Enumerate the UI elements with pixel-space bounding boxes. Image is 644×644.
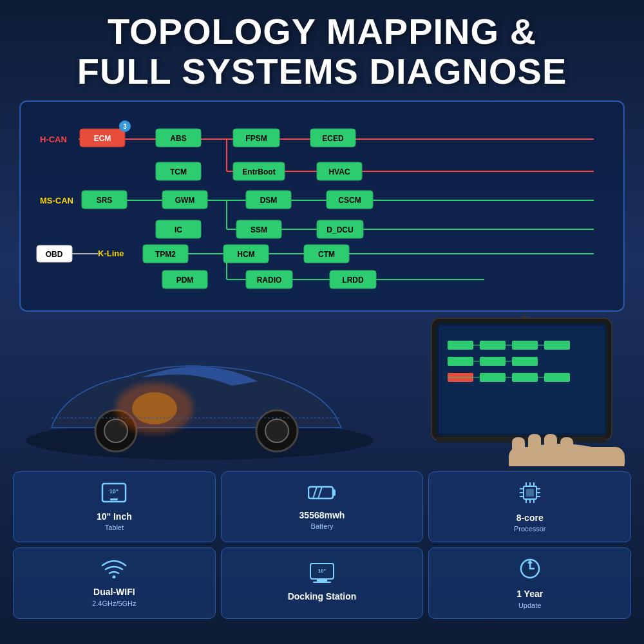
svg-text:EntrBoot: EntrBoot [242, 167, 275, 176]
docking-icon: 10" [308, 562, 336, 587]
topology-panel: H-CAN ECM 3 ABS FPSM ECED TCM [19, 100, 625, 312]
svg-text:D_DCU: D_DCU [327, 225, 353, 234]
svg-text:DSM: DSM [260, 196, 278, 205]
svg-text:HVAC: HVAC [328, 167, 350, 176]
svg-line-92 [318, 487, 322, 498]
svg-rect-83 [528, 434, 541, 457]
svg-text:ABS: ABS [170, 134, 186, 143]
svg-text:OBD: OBD [46, 250, 63, 259]
battery-icon [308, 484, 336, 506]
chip-icon [518, 481, 542, 509]
wifi-icon [101, 559, 127, 583]
svg-text:PDM: PDM [176, 276, 194, 285]
svg-rect-85 [560, 437, 573, 457]
car-tablet-section [0, 312, 644, 466]
tablet-icon: 10" [101, 482, 127, 507]
svg-rect-110 [317, 579, 327, 582]
svg-text:ECM: ECM [94, 134, 111, 143]
svg-text:3: 3 [123, 123, 127, 130]
svg-rect-90 [333, 489, 336, 496]
svg-rect-94 [526, 489, 534, 497]
svg-point-79 [523, 315, 527, 319]
svg-text:TPM2: TPM2 [155, 250, 176, 259]
feature-update: 1 Year Update [428, 547, 631, 618]
svg-text:SSM: SSM [251, 225, 267, 234]
topology-diagram: H-CAN ECM 3 ABS FPSM ECED TCM [33, 113, 639, 300]
svg-text:ECED: ECED [322, 134, 344, 143]
svg-rect-82 [512, 437, 525, 457]
svg-text:FPSM: FPSM [245, 134, 267, 143]
feature-wifi: Dual-WIFI 2.4GHz/5GHz [13, 547, 216, 618]
feature-tablet-size: 10" 10" Inch Tablet [13, 471, 216, 542]
features-grid: 10" 10" Inch Tablet 35568mwh Battery [13, 471, 631, 618]
svg-text:LRDD: LRDD [342, 276, 364, 285]
svg-rect-87 [110, 498, 118, 500]
svg-text:SRS: SRS [97, 196, 113, 205]
feature-processor: 8-core Processor [428, 471, 631, 542]
feature-battery: 35568mwh Battery [221, 471, 424, 542]
mscan-label: MS-CAN [40, 196, 73, 205]
kline-label: K-Line [98, 249, 124, 258]
tablet-svg [412, 312, 631, 466]
svg-text:GWM: GWM [175, 196, 195, 205]
update-icon [518, 557, 542, 585]
svg-text:CTM: CTM [318, 250, 335, 259]
svg-text:TCM: TCM [170, 167, 187, 176]
feature-docking: 10" Docking Station [221, 547, 424, 618]
svg-text:CSCM: CSCM [338, 196, 361, 205]
svg-text:RADIO: RADIO [257, 276, 282, 285]
svg-text:10": 10" [318, 568, 327, 574]
svg-point-107 [113, 576, 116, 579]
main-container: TOPOLOGY MAPPING & FULL SYSTEMS DIAGNOSE… [0, 0, 644, 644]
hcan-label: H-CAN [40, 135, 67, 144]
page-title: TOPOLOGY MAPPING & FULL SYSTEMS DIAGNOSE [13, 12, 631, 91]
svg-line-91 [313, 487, 317, 498]
svg-rect-84 [544, 434, 557, 457]
svg-point-58 [265, 419, 289, 442]
svg-rect-111 [313, 582, 331, 583]
svg-text:IC: IC [175, 225, 182, 234]
svg-text:HCM: HCM [237, 250, 254, 259]
svg-text:10": 10" [109, 488, 118, 495]
car-svg [13, 325, 386, 466]
header: TOPOLOGY MAPPING & FULL SYSTEMS DIAGNOSE [0, 0, 644, 97]
svg-point-60 [132, 392, 177, 424]
